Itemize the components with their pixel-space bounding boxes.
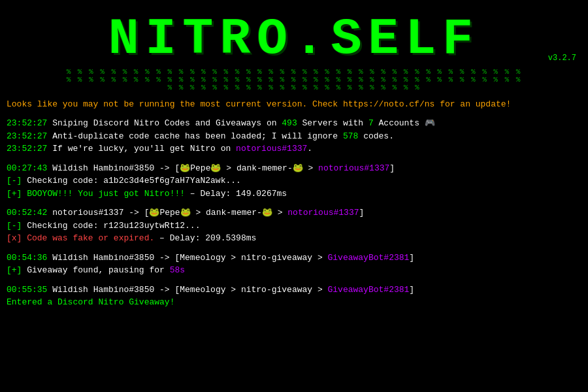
logo-subtitle-row2: % % % % % % % % % % % % % % % % % % % % …	[0, 76, 588, 84]
log-line-1: 23:52:27 Sniping Discord Nitro Codes and…	[7, 117, 581, 130]
event-1-header: 00:27:43 Wildish Hambino#3850 -> [🐸Pepe🐸…	[7, 162, 581, 175]
event-2-line-2: [x] Code was fake or expired. – Delay: 2…	[7, 232, 581, 245]
log-line-3: 23:52:27 If we're lucky, you'll get Nitr…	[7, 142, 581, 155]
event-1-line-1: [-] Checking code: a1b2c3d4e5f6g7aH7YaN2…	[7, 174, 581, 188]
event-block-1: 00:27:43 Wildish Hambino#3850 -> [🐸Pepe🐸…	[7, 162, 581, 201]
logo-container: NITRO.SELF v3.2.7 % % % % % % % % % % % …	[0, 0, 588, 94]
event-4-line-1: Entered a Discord Nitro Giveaway!	[7, 296, 581, 309]
logo-subtitle-row3: % % % % % % % % % % % % % % % % % % % % …	[0, 84, 588, 91]
event-block-2: 00:52:42 notorious#1337 -> [🐸Pepe🐸 > dan…	[7, 206, 581, 245]
version-tag: v3.2.7	[548, 54, 576, 63]
logo-title: NITRO.SELF	[108, 10, 480, 68]
event-3-header: 00:54:36 Wildish Hambino#3850 -> [Memeol…	[7, 252, 581, 265]
warning-link[interactable]: https://noto.cf/ns	[343, 99, 434, 109]
log-line-2: 23:52:27 Anti-duplicate code cache has b…	[7, 130, 581, 143]
event-1-line-2: [+] BOOYOW!!! You just got Nitro!!! – De…	[7, 188, 581, 201]
event-2-line-1: [-] Checking code: r123u123uytwRt12...	[7, 220, 581, 233]
warning-line: Looks like you may not be running the mo…	[7, 99, 581, 109]
event-2-header: 00:52:42 notorious#1337 -> [🐸Pepe🐸 > dan…	[7, 206, 581, 220]
startup-log-block: 23:52:27 Sniping Discord Nitro Codes and…	[7, 117, 581, 155]
warning-suffix: for an update!	[434, 99, 511, 109]
event-block-3: 00:54:36 Wildish Hambino#3850 -> [Memeol…	[7, 252, 581, 277]
warning-text: Looks like you may not be running the mo…	[7, 99, 343, 109]
logo-subtitle-row1: % % % % % % % % % % % % % % % % % % % % …	[0, 68, 588, 76]
event-4-header: 00:55:35 Wildish Hambino#3850 -> [Memeol…	[7, 284, 581, 297]
log-content: Looks like you may not be running the mo…	[0, 94, 588, 321]
event-3-line-1: [+] Giveaway found, pausing for 58s	[7, 264, 581, 277]
event-block-4: 00:55:35 Wildish Hambino#3850 -> [Memeol…	[7, 284, 581, 309]
